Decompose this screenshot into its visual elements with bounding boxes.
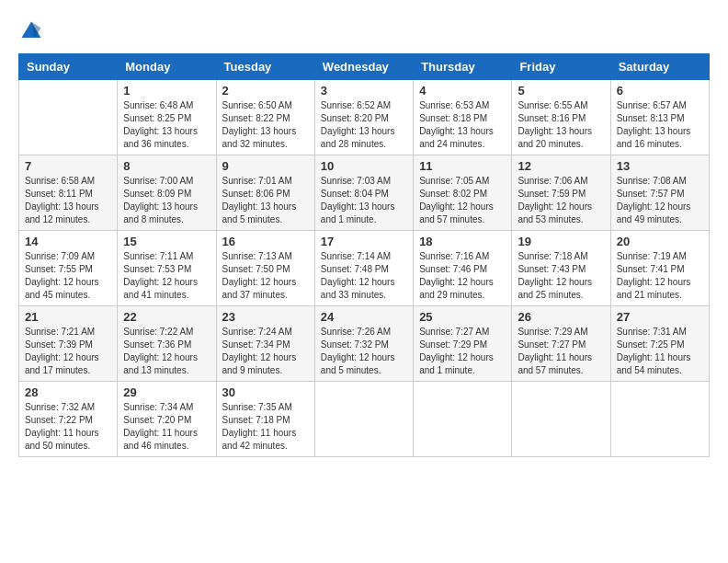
calendar-cell: 5Sunrise: 6:55 AM Sunset: 8:16 PM Daylig… [512,80,610,155]
day-info: Sunrise: 6:57 AM Sunset: 8:13 PM Dayligh… [617,99,703,151]
day-number: 6 [617,84,703,98]
day-number: 18 [419,235,506,248]
day-header: Saturday [610,54,709,80]
day-info: Sunrise: 7:00 AM Sunset: 8:09 PM Dayligh… [123,175,210,226]
calendar-cell: 29Sunrise: 7:34 AM Sunset: 7:20 PM Dayli… [118,382,216,457]
day-number: 22 [123,310,210,324]
calendar-table: SundayMondayTuesdayWednesdayThursdayFrid… [18,53,710,457]
day-number: 5 [518,84,604,98]
day-number: 13 [617,159,703,173]
day-info: Sunrise: 7:08 AM Sunset: 7:57 PM Dayligh… [617,175,703,226]
calendar-cell: 15Sunrise: 7:11 AM Sunset: 7:53 PM Dayli… [118,231,216,306]
day-info: Sunrise: 7:03 AM Sunset: 8:04 PM Dayligh… [321,175,407,226]
day-info: Sunrise: 7:16 AM Sunset: 7:46 PM Dayligh… [419,250,506,302]
day-number: 17 [321,235,407,248]
calendar-header-row: SundayMondayTuesdayWednesdayThursdayFrid… [19,54,710,80]
calendar-cell [19,80,118,155]
day-info: Sunrise: 7:13 AM Sunset: 7:50 PM Dayligh… [222,250,309,302]
day-number: 25 [419,310,506,324]
day-info: Sunrise: 7:18 AM Sunset: 7:43 PM Dayligh… [518,250,604,302]
day-number: 24 [321,310,407,324]
day-info: Sunrise: 6:48 AM Sunset: 8:25 PM Dayligh… [123,99,210,151]
calendar-cell: 13Sunrise: 7:08 AM Sunset: 7:57 PM Dayli… [610,155,709,231]
calendar-cell: 27Sunrise: 7:31 AM Sunset: 7:25 PM Dayli… [610,306,709,382]
day-number: 23 [222,310,309,324]
calendar-cell: 3Sunrise: 6:52 AM Sunset: 8:20 PM Daylig… [314,80,413,155]
day-info: Sunrise: 6:55 AM Sunset: 8:16 PM Dayligh… [518,99,604,151]
calendar-cell: 11Sunrise: 7:05 AM Sunset: 8:02 PM Dayli… [414,155,512,231]
calendar-cell: 2Sunrise: 6:50 AM Sunset: 8:22 PM Daylig… [216,80,314,155]
calendar-cell [314,382,413,457]
day-header: Sunday [19,54,118,80]
day-info: Sunrise: 7:06 AM Sunset: 7:59 PM Dayligh… [518,175,604,226]
day-number: 7 [25,159,111,173]
day-info: Sunrise: 7:24 AM Sunset: 7:34 PM Dayligh… [222,326,309,377]
calendar-cell: 26Sunrise: 7:29 AM Sunset: 7:27 PM Dayli… [512,306,610,382]
calendar-cell [610,382,709,457]
calendar-cell: 30Sunrise: 7:35 AM Sunset: 7:18 PM Dayli… [216,382,314,457]
day-info: Sunrise: 6:53 AM Sunset: 8:18 PM Dayligh… [419,99,506,151]
calendar-cell: 18Sunrise: 7:16 AM Sunset: 7:46 PM Dayli… [414,231,512,306]
day-number: 10 [321,159,407,173]
day-number: 9 [222,159,309,173]
calendar-cell: 4Sunrise: 6:53 AM Sunset: 8:18 PM Daylig… [414,80,512,155]
day-info: Sunrise: 7:09 AM Sunset: 7:55 PM Dayligh… [25,250,111,302]
day-header: Tuesday [216,54,314,80]
day-header: Wednesday [314,54,413,80]
page-header [18,18,710,44]
calendar-cell: 28Sunrise: 7:32 AM Sunset: 7:22 PM Dayli… [19,382,118,457]
logo-icon [18,18,44,44]
day-info: Sunrise: 7:32 AM Sunset: 7:22 PM Dayligh… [25,401,111,453]
day-number: 28 [25,385,111,399]
calendar-cell [512,382,610,457]
calendar-cell: 22Sunrise: 7:22 AM Sunset: 7:36 PM Dayli… [118,306,216,382]
calendar-cell: 20Sunrise: 7:19 AM Sunset: 7:41 PM Dayli… [610,231,709,306]
calendar-cell: 7Sunrise: 6:58 AM Sunset: 8:11 PM Daylig… [19,155,118,231]
day-number: 11 [419,159,506,173]
day-number: 8 [123,159,210,173]
day-info: Sunrise: 7:19 AM Sunset: 7:41 PM Dayligh… [617,250,703,302]
day-number: 26 [518,310,604,324]
day-info: Sunrise: 7:22 AM Sunset: 7:36 PM Dayligh… [123,326,210,377]
day-number: 16 [222,235,309,248]
week-row: 28Sunrise: 7:32 AM Sunset: 7:22 PM Dayli… [19,382,710,457]
day-header: Monday [118,54,216,80]
day-header: Thursday [414,54,512,80]
day-number: 1 [123,84,210,98]
calendar-cell: 23Sunrise: 7:24 AM Sunset: 7:34 PM Dayli… [216,306,314,382]
day-info: Sunrise: 7:31 AM Sunset: 7:25 PM Dayligh… [617,326,703,377]
calendar-cell: 17Sunrise: 7:14 AM Sunset: 7:48 PM Dayli… [314,231,413,306]
day-info: Sunrise: 7:26 AM Sunset: 7:32 PM Dayligh… [321,326,407,377]
day-info: Sunrise: 7:27 AM Sunset: 7:29 PM Dayligh… [419,326,506,377]
week-row: 21Sunrise: 7:21 AM Sunset: 7:39 PM Dayli… [19,306,710,382]
day-info: Sunrise: 6:58 AM Sunset: 8:11 PM Dayligh… [25,175,111,226]
day-number: 30 [222,385,309,399]
calendar-cell: 1Sunrise: 6:48 AM Sunset: 8:25 PM Daylig… [118,80,216,155]
day-info: Sunrise: 7:14 AM Sunset: 7:48 PM Dayligh… [321,250,407,302]
day-info: Sunrise: 7:34 AM Sunset: 7:20 PM Dayligh… [123,401,210,453]
calendar-cell: 21Sunrise: 7:21 AM Sunset: 7:39 PM Dayli… [19,306,118,382]
calendar-cell: 24Sunrise: 7:26 AM Sunset: 7:32 PM Dayli… [314,306,413,382]
day-number: 12 [518,159,604,173]
day-header: Friday [512,54,610,80]
calendar-cell: 19Sunrise: 7:18 AM Sunset: 7:43 PM Dayli… [512,231,610,306]
day-info: Sunrise: 7:01 AM Sunset: 8:06 PM Dayligh… [222,175,309,226]
day-info: Sunrise: 7:21 AM Sunset: 7:39 PM Dayligh… [25,326,111,377]
day-number: 2 [222,84,309,98]
week-row: 14Sunrise: 7:09 AM Sunset: 7:55 PM Dayli… [19,231,710,306]
calendar-cell: 14Sunrise: 7:09 AM Sunset: 7:55 PM Dayli… [19,231,118,306]
day-number: 20 [617,235,703,248]
day-info: Sunrise: 6:52 AM Sunset: 8:20 PM Dayligh… [321,99,407,151]
day-info: Sunrise: 7:29 AM Sunset: 7:27 PM Dayligh… [518,326,604,377]
calendar-cell: 12Sunrise: 7:06 AM Sunset: 7:59 PM Dayli… [512,155,610,231]
day-number: 19 [518,235,604,248]
day-number: 27 [617,310,703,324]
day-number: 4 [419,84,506,98]
calendar-cell: 16Sunrise: 7:13 AM Sunset: 7:50 PM Dayli… [216,231,314,306]
calendar-cell: 25Sunrise: 7:27 AM Sunset: 7:29 PM Dayli… [414,306,512,382]
calendar-cell: 6Sunrise: 6:57 AM Sunset: 8:13 PM Daylig… [610,80,709,155]
logo [18,18,48,44]
calendar-cell: 8Sunrise: 7:00 AM Sunset: 8:09 PM Daylig… [118,155,216,231]
day-number: 3 [321,84,407,98]
week-row: 1Sunrise: 6:48 AM Sunset: 8:25 PM Daylig… [19,80,710,155]
